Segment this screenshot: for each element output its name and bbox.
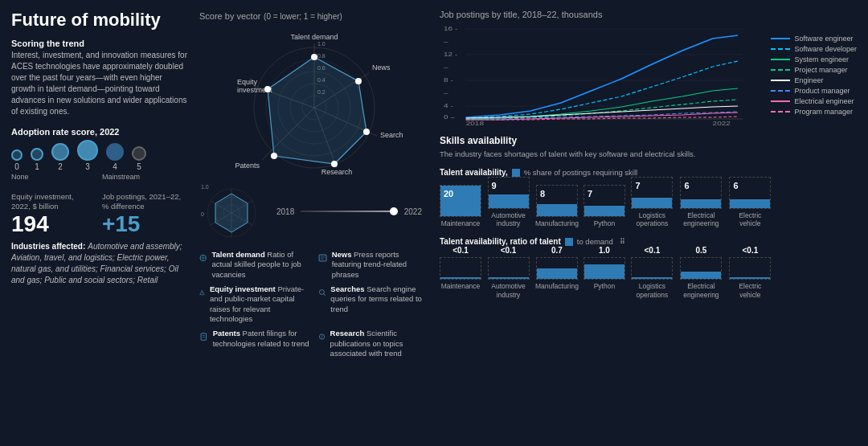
svg-text:Research: Research — [321, 168, 352, 176]
circle-num-2: 2 — [58, 162, 63, 171]
ratio-section: Talent availability, ratio of talent to … — [440, 234, 857, 298]
research-icon — [318, 329, 326, 345]
ratio-fill-manufacturing — [537, 268, 577, 279]
line-chart-title: Job postings by title, 2018–22, thousand… — [440, 10, 857, 19]
scoring-section: Scoring the trend Interest, investment, … — [11, 39, 188, 117]
bar-col-logistics: 7 Logistics operations — [630, 177, 674, 227]
ratio-col-automotive: <0.1 Automotive industry — [486, 246, 530, 298]
svg-text:0.8: 0.8 — [317, 53, 326, 59]
ratio-label-python: Python — [594, 282, 615, 290]
circles-row: 0 1 2 3 4 — [11, 140, 188, 171]
svg-point-28 — [271, 153, 277, 159]
equity-text: Equity investment Private- and public-ma… — [210, 284, 310, 324]
ratio-fill-electrical — [681, 272, 721, 279]
small-radar-svg: 1.0 0 — [199, 182, 264, 239]
bar-fill-manufacturing — [537, 204, 577, 216]
label-product-manager: Product manager — [794, 87, 850, 95]
svg-point-48 — [202, 293, 203, 294]
patents-icon — [199, 329, 208, 345]
small-radar: 1.0 0 — [199, 182, 264, 240]
ratio-fill-automotive — [489, 277, 529, 279]
bar-value-logistics: 7 — [635, 181, 640, 190]
timeline-section: 2018 2022 — [270, 207, 428, 216]
bar-col-electric-vehicle: 6 Electric vehicle — [728, 177, 772, 227]
adoption-label: Adoption rate score, 2022 — [11, 127, 188, 137]
bar-col-automotive: 9 Automotive industry — [486, 177, 530, 227]
legend-software-engineer: Software engineer — [771, 35, 857, 43]
bar-wrapper-manufacturing: 8 — [536, 185, 578, 217]
news-icon — [318, 250, 327, 266]
talent-avail-text: Talent availability, — [440, 168, 508, 177]
bar-fill-automotive — [489, 194, 529, 208]
bar-label-logistics: Logistics operations — [630, 211, 674, 227]
ratio-suffix: to demand — [577, 237, 613, 246]
circle-labels: None Mainstream — [11, 173, 140, 181]
ratio-value-logistics: <0.1 — [645, 246, 661, 255]
ratio-label-ev: Electric vehicle — [728, 282, 772, 298]
label-system-engineer: System engineer — [794, 55, 849, 63]
legend-talent-demand: Talent demand Ratio of actual skilled pe… — [199, 250, 310, 280]
svg-rect-51 — [201, 333, 206, 341]
legend-grid: Talent demand Ratio of actual skilled pe… — [199, 247, 428, 362]
svg-text:Searches: Searches — [380, 131, 403, 139]
equity-value: 194 — [11, 212, 89, 237]
circle-num-1: 1 — [35, 162, 39, 171]
ratio-label-row: Talent availability, ratio of talent to … — [440, 237, 857, 246]
small-chart-row: 1.0 0 2018 2022 — [199, 182, 428, 240]
circle-icon-4 — [106, 143, 124, 161]
bar-fill-python — [584, 206, 624, 216]
patents-text: Patents Patent filings for technologies … — [213, 329, 310, 349]
legend-patents: Patents Patent filings for technologies … — [199, 329, 310, 358]
bar-value-maintenance: 20 — [444, 189, 453, 198]
talent-avail-label: Talent availability, % share of postings… — [440, 168, 857, 177]
svg-point-25 — [355, 78, 362, 84]
svg-marker-39 — [215, 194, 248, 232]
svg-line-50 — [323, 294, 325, 296]
circle-num-4: 4 — [113, 162, 117, 171]
bar-chart-row: 20 Maintenance 9 Automotive industry — [440, 177, 857, 227]
svg-text:–: – — [444, 63, 449, 71]
ratio-value-maintenance: <0.1 — [452, 246, 469, 255]
line-program-manager — [771, 111, 790, 113]
jobs-label: Job postings, 2021–22, % difference — [102, 192, 188, 212]
ratio-col-ev: <0.1 Electric vehicle — [728, 246, 772, 298]
middle-panel: Score by vector (0 = lower; 1 = higher) — [199, 10, 428, 438]
blue-square-icon — [512, 169, 520, 177]
circle-icon-0 — [11, 149, 23, 161]
scoring-text: Interest, investment, and innovation mea… — [11, 50, 188, 117]
svg-text:–: – — [444, 89, 449, 96]
legend-searches: Searches Search engine queries for terms… — [318, 284, 429, 324]
circle-icon-3 — [77, 140, 98, 161]
equity-label: Equity investment, 2022, $ billion — [11, 192, 89, 212]
line-system-engineer — [771, 59, 790, 60]
circle-num-3: 3 — [85, 162, 90, 171]
main-container: Future of mobility Scoring the trend Int… — [0, 0, 868, 446]
svg-point-29 — [264, 86, 271, 92]
ratio-bar-python — [583, 257, 625, 280]
ratio-label-electrical: Electrical engineering — [679, 282, 723, 298]
year-end-label: 2022 — [404, 207, 422, 216]
svg-text:2018: 2018 — [466, 120, 484, 127]
legend-engineer: Engineer — [771, 76, 857, 84]
svg-text:News: News — [372, 63, 391, 72]
line-chart-container: 16 - – 12 - – 8 - – 4 - 0 – — [440, 23, 857, 127]
industries-section: Industries affected: Automotive and asse… — [11, 241, 188, 286]
bar-value-python: 7 — [588, 189, 592, 198]
circle-2: 2 — [51, 143, 69, 171]
ratio-fill-maintenance — [440, 277, 481, 279]
line-product-manager — [771, 90, 790, 92]
svg-text:Patents: Patents — [235, 162, 260, 170]
line-engineer — [771, 80, 790, 81]
svg-text:–: – — [444, 38, 449, 45]
svg-text:Equity: Equity — [237, 78, 258, 86]
right-panel: Job postings by title, 2018–22, thousand… — [440, 10, 857, 438]
label-electrical-engineer: Electrical engineer — [794, 97, 854, 105]
svg-text:0: 0 — [201, 211, 204, 217]
legend-system-engineer: System engineer — [771, 55, 857, 63]
line-software-engineer — [771, 38, 790, 39]
year-start-label: 2018 — [276, 207, 294, 216]
mainstream-label: Mainstream — [102, 173, 140, 181]
bar-col-electrical: 6 Electrical engineering — [679, 177, 723, 227]
radar-chart: Talent demand News Searches Research Pat… — [226, 31, 403, 176]
bar-label-electric-vehicle: Electric vehicle — [728, 211, 772, 227]
